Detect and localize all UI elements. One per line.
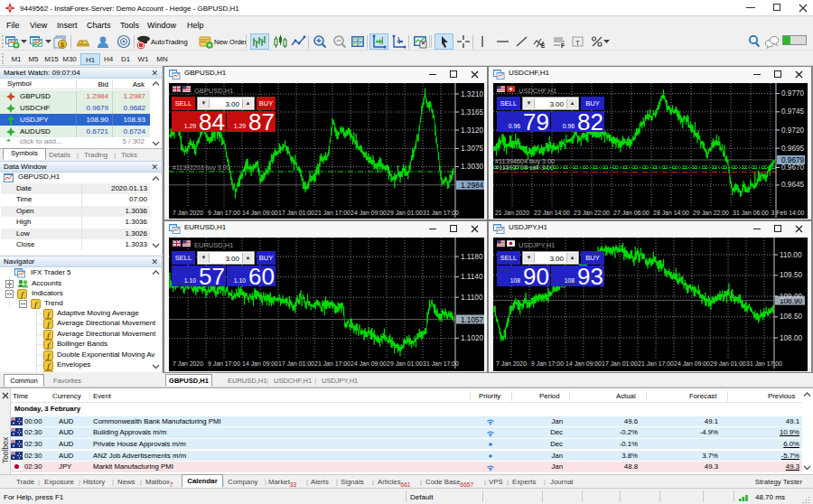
svg-text:1.1140: 1.1140 — [461, 273, 483, 281]
svg-text:7 Jan 2020: 7 Jan 2020 — [173, 360, 203, 367]
svg-text:0.9770: 0.9770 — [781, 89, 804, 98]
svg-text:21 Jan 17:00: 21 Jan 17:00 — [638, 360, 674, 367]
svg-text:27 Jan 06:00: 27 Jan 06:00 — [613, 210, 649, 216]
svg-text:0.9645: 0.9645 — [781, 181, 804, 189]
svg-text:109.50: 109.50 — [780, 271, 802, 279]
svg-text:31 Jan 17:00: 31 Jan 17:00 — [746, 360, 782, 367]
svg-text:22 Jan 14:00: 22 Jan 14:00 — [534, 210, 570, 216]
svg-text:#11393719 sell 3.00: #11393719 sell 3.00 — [495, 163, 554, 172]
svg-text:14 Jan 09:00: 14 Jan 09:00 — [242, 210, 278, 216]
svg-text:29 Jan 01:00: 29 Jan 01:00 — [710, 360, 746, 367]
svg-text:108.50: 108.50 — [780, 313, 802, 321]
svg-text:21 Jan 2020: 21 Jan 2020 — [495, 210, 529, 216]
svg-text:0.9745: 0.9745 — [781, 107, 804, 116]
svg-text:T: T — [575, 39, 580, 47]
svg-text:109.00: 109.00 — [780, 293, 802, 301]
svg-text:31 Jan 06:00: 31 Jan 06:00 — [733, 210, 769, 216]
svg-text:28 Jan 14:00: 28 Jan 14:00 — [653, 210, 689, 216]
svg-text:17 Jan 01:00: 17 Jan 01:00 — [278, 210, 314, 216]
svg-text:1.3030: 1.3030 — [461, 163, 483, 171]
svg-text:29 Jan 22:00: 29 Jan 22:00 — [693, 210, 729, 216]
svg-text:#11392203 buy 3.00: #11392203 buy 3.00 — [173, 164, 229, 172]
svg-text:3 Feb 14:00: 3 Feb 14:00 — [771, 210, 805, 216]
svg-text:0.9670: 0.9670 — [781, 163, 804, 172]
svg-text:29 Jan 01:00: 29 Jan 01:00 — [387, 210, 423, 216]
svg-text:17 Jan 01:00: 17 Jan 01:00 — [602, 360, 638, 367]
svg-text:0.9695: 0.9695 — [781, 145, 804, 153]
svg-text:1.1020: 1.1020 — [461, 334, 483, 342]
svg-text:29 Jan 01:00: 29 Jan 01:00 — [387, 360, 423, 367]
svg-text:21 Jan 17:00: 21 Jan 17:00 — [314, 210, 350, 216]
svg-text:$: $ — [61, 42, 64, 49]
svg-text:21 Jan 17:00: 21 Jan 17:00 — [314, 360, 350, 367]
svg-text:9 Jan 17:00: 9 Jan 17:00 — [208, 360, 240, 367]
svg-text:1.2984: 1.2984 — [461, 182, 483, 190]
svg-text:1.1100: 1.1100 — [461, 294, 483, 302]
svg-text:31 Jan 17:00: 31 Jan 17:00 — [423, 210, 459, 216]
svg-text:1.1057: 1.1057 — [461, 316, 483, 324]
svg-text:23 Jan 22:00: 23 Jan 22:00 — [574, 210, 610, 216]
svg-text:31 Jan 17:00: 31 Jan 17:00 — [423, 360, 459, 367]
svg-text:110.00: 110.00 — [780, 251, 802, 259]
svg-text:E: E — [541, 42, 546, 49]
svg-text:0.9720: 0.9720 — [781, 126, 804, 135]
svg-text:24 Jan 09:00: 24 Jan 09:00 — [350, 360, 387, 367]
svg-text:108.00: 108.00 — [780, 334, 802, 342]
svg-text:7 Jan 2020: 7 Jan 2020 — [496, 360, 527, 367]
svg-text:24 Jan 09:00: 24 Jan 09:00 — [350, 210, 387, 216]
svg-text:14 Jan 09:00: 14 Jan 09:00 — [242, 360, 278, 367]
svg-text:1.3210: 1.3210 — [461, 90, 483, 98]
svg-text:9 Jan 17:00: 9 Jan 17:00 — [208, 210, 240, 216]
svg-text:F: F — [561, 42, 565, 49]
svg-text:9 Jan 17:00: 9 Jan 17:00 — [531, 360, 564, 367]
svg-text:14 Jan 09:00: 14 Jan 09:00 — [565, 360, 602, 367]
svg-text:7 Jan 2020: 7 Jan 2020 — [173, 210, 203, 216]
svg-text:1.1180: 1.1180 — [461, 253, 483, 261]
svg-text:1.3075: 1.3075 — [461, 145, 483, 153]
svg-text:1.3120: 1.3120 — [461, 126, 483, 135]
svg-text:17 Jan 01:00: 17 Jan 01:00 — [278, 360, 314, 367]
svg-text:1.3165: 1.3165 — [461, 108, 483, 117]
svg-text:24 Jan 09:00: 24 Jan 09:00 — [674, 360, 710, 367]
